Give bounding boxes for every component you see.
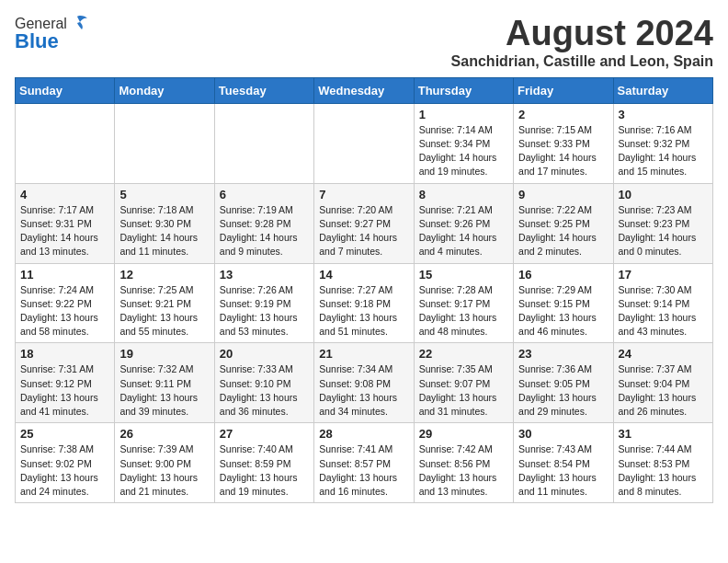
day-number: 28	[319, 427, 408, 441]
logo-blue-text: Blue	[15, 29, 59, 53]
title-area: August 2024 Sanchidrian, Castille and Le…	[451, 15, 713, 70]
calendar-cell: 1Sunrise: 7:14 AM Sunset: 9:34 PM Daylig…	[414, 103, 513, 183]
day-info: Sunrise: 7:30 AM Sunset: 9:14 PM Dayligh…	[619, 283, 708, 339]
weekday-header-row: SundayMondayTuesdayWednesdayThursdayFrid…	[16, 77, 713, 103]
day-info: Sunrise: 7:37 AM Sunset: 9:04 PM Dayligh…	[619, 362, 708, 419]
day-number: 7	[319, 188, 408, 201]
header: General Blue August 2024 Sanchidrian, Ca…	[15, 15, 713, 70]
day-number: 29	[419, 427, 508, 441]
calendar-cell: 19Sunrise: 7:32 AM Sunset: 9:11 PM Dayli…	[115, 343, 214, 423]
calendar-cell: 2Sunrise: 7:15 AM Sunset: 9:33 PM Daylig…	[514, 103, 613, 183]
calendar-week-1: 1Sunrise: 7:14 AM Sunset: 9:34 PM Daylig…	[16, 103, 713, 183]
calendar-cell	[115, 103, 214, 183]
day-number: 30	[518, 427, 608, 441]
calendar-cell: 15Sunrise: 7:28 AM Sunset: 9:17 PM Dayli…	[414, 263, 513, 343]
day-number: 19	[119, 347, 209, 361]
day-number: 12	[119, 268, 209, 282]
logo: General Blue	[15, 15, 87, 53]
calendar-cell: 20Sunrise: 7:33 AM Sunset: 9:10 PM Dayli…	[214, 343, 313, 423]
calendar-cell: 28Sunrise: 7:41 AM Sunset: 8:57 PM Dayli…	[314, 423, 414, 503]
day-info: Sunrise: 7:23 AM Sunset: 9:23 PM Dayligh…	[619, 203, 708, 259]
calendar-cell: 13Sunrise: 7:26 AM Sunset: 9:19 PM Dayli…	[214, 263, 313, 343]
day-info: Sunrise: 7:39 AM Sunset: 9:00 PM Dayligh…	[119, 442, 209, 499]
calendar-cell: 26Sunrise: 7:39 AM Sunset: 9:00 PM Dayli…	[115, 423, 214, 503]
day-number: 15	[419, 268, 508, 282]
day-info: Sunrise: 7:18 AM Sunset: 9:30 PM Dayligh…	[119, 203, 209, 259]
calendar-cell: 27Sunrise: 7:40 AM Sunset: 8:59 PM Dayli…	[214, 423, 313, 503]
day-info: Sunrise: 7:36 AM Sunset: 9:05 PM Dayligh…	[518, 362, 608, 419]
calendar-cell	[314, 103, 414, 183]
location-subtitle: Sanchidrian, Castille and Leon, Spain	[451, 53, 713, 70]
calendar-cell: 21Sunrise: 7:34 AM Sunset: 9:08 PM Dayli…	[314, 343, 414, 423]
day-number: 23	[518, 347, 608, 361]
calendar-cell: 5Sunrise: 7:18 AM Sunset: 9:30 PM Daylig…	[115, 183, 214, 263]
day-number: 14	[319, 268, 408, 282]
calendar-cell: 16Sunrise: 7:29 AM Sunset: 9:15 PM Dayli…	[514, 263, 613, 343]
calendar-cell: 23Sunrise: 7:36 AM Sunset: 9:05 PM Dayli…	[514, 343, 613, 423]
day-number: 11	[20, 268, 109, 282]
calendar-week-2: 4Sunrise: 7:17 AM Sunset: 9:31 PM Daylig…	[16, 183, 713, 263]
day-info: Sunrise: 7:27 AM Sunset: 9:18 PM Dayligh…	[319, 283, 408, 339]
day-info: Sunrise: 7:24 AM Sunset: 9:22 PM Dayligh…	[20, 283, 109, 339]
day-info: Sunrise: 7:21 AM Sunset: 9:26 PM Dayligh…	[419, 203, 508, 259]
day-info: Sunrise: 7:15 AM Sunset: 9:33 PM Dayligh…	[518, 123, 608, 179]
calendar-week-3: 11Sunrise: 7:24 AM Sunset: 9:22 PM Dayli…	[16, 263, 713, 343]
day-info: Sunrise: 7:38 AM Sunset: 9:02 PM Dayligh…	[20, 442, 109, 499]
day-number: 31	[619, 427, 708, 441]
day-number: 10	[619, 188, 708, 201]
calendar-cell: 6Sunrise: 7:19 AM Sunset: 9:28 PM Daylig…	[214, 183, 313, 263]
day-number: 21	[319, 347, 408, 361]
calendar-table: SundayMondayTuesdayWednesdayThursdayFrid…	[15, 77, 713, 503]
day-info: Sunrise: 7:19 AM Sunset: 9:28 PM Dayligh…	[220, 203, 309, 259]
weekday-tuesday: Tuesday	[214, 77, 313, 103]
day-number: 3	[619, 108, 708, 121]
day-info: Sunrise: 7:40 AM Sunset: 8:59 PM Dayligh…	[220, 442, 309, 499]
day-info: Sunrise: 7:28 AM Sunset: 9:17 PM Dayligh…	[419, 283, 508, 339]
day-info: Sunrise: 7:25 AM Sunset: 9:21 PM Dayligh…	[119, 283, 209, 339]
calendar-week-4: 18Sunrise: 7:31 AM Sunset: 9:12 PM Dayli…	[16, 343, 713, 423]
calendar-week-5: 25Sunrise: 7:38 AM Sunset: 9:02 PM Dayli…	[16, 423, 713, 503]
day-number: 27	[220, 427, 309, 441]
day-number: 16	[518, 268, 608, 282]
day-info: Sunrise: 7:35 AM Sunset: 9:07 PM Dayligh…	[419, 362, 508, 419]
day-info: Sunrise: 7:14 AM Sunset: 9:34 PM Dayligh…	[419, 123, 508, 179]
day-number: 26	[119, 427, 209, 441]
calendar-cell: 3Sunrise: 7:16 AM Sunset: 9:32 PM Daylig…	[613, 103, 712, 183]
day-number: 17	[619, 268, 708, 282]
day-number: 9	[518, 188, 608, 201]
calendar-cell: 4Sunrise: 7:17 AM Sunset: 9:31 PM Daylig…	[16, 183, 115, 263]
day-number: 5	[119, 188, 209, 201]
weekday-friday: Friday	[514, 77, 613, 103]
day-info: Sunrise: 7:43 AM Sunset: 8:54 PM Dayligh…	[518, 442, 608, 499]
day-number: 25	[20, 427, 109, 441]
day-info: Sunrise: 7:16 AM Sunset: 9:32 PM Dayligh…	[619, 123, 708, 179]
day-number: 8	[419, 188, 508, 201]
calendar-cell: 18Sunrise: 7:31 AM Sunset: 9:12 PM Dayli…	[16, 343, 115, 423]
day-number: 18	[20, 347, 109, 361]
day-info: Sunrise: 7:32 AM Sunset: 9:11 PM Dayligh…	[119, 362, 209, 419]
day-number: 22	[419, 347, 508, 361]
calendar-cell	[16, 103, 115, 183]
day-info: Sunrise: 7:34 AM Sunset: 9:08 PM Dayligh…	[319, 362, 408, 419]
calendar-cell: 7Sunrise: 7:20 AM Sunset: 9:27 PM Daylig…	[314, 183, 414, 263]
day-info: Sunrise: 7:26 AM Sunset: 9:19 PM Dayligh…	[220, 283, 309, 339]
day-number: 20	[220, 347, 309, 361]
weekday-sunday: Sunday	[16, 77, 115, 103]
calendar-cell	[214, 103, 313, 183]
logo-bird-icon	[67, 15, 87, 33]
weekday-saturday: Saturday	[613, 77, 712, 103]
day-info: Sunrise: 7:33 AM Sunset: 9:10 PM Dayligh…	[220, 362, 309, 419]
calendar-cell: 8Sunrise: 7:21 AM Sunset: 9:26 PM Daylig…	[414, 183, 513, 263]
weekday-monday: Monday	[115, 77, 214, 103]
calendar-cell: 14Sunrise: 7:27 AM Sunset: 9:18 PM Dayli…	[314, 263, 414, 343]
day-info: Sunrise: 7:20 AM Sunset: 9:27 PM Dayligh…	[319, 203, 408, 259]
day-number: 2	[518, 108, 608, 121]
day-number: 6	[220, 188, 309, 201]
day-info: Sunrise: 7:29 AM Sunset: 9:15 PM Dayligh…	[518, 283, 608, 339]
calendar-cell: 17Sunrise: 7:30 AM Sunset: 9:14 PM Dayli…	[613, 263, 712, 343]
day-number: 13	[220, 268, 309, 282]
day-info: Sunrise: 7:22 AM Sunset: 9:25 PM Dayligh…	[518, 203, 608, 259]
calendar-cell: 30Sunrise: 7:43 AM Sunset: 8:54 PM Dayli…	[514, 423, 613, 503]
calendar-cell: 31Sunrise: 7:44 AM Sunset: 8:53 PM Dayli…	[613, 423, 712, 503]
calendar-cell: 25Sunrise: 7:38 AM Sunset: 9:02 PM Dayli…	[16, 423, 115, 503]
